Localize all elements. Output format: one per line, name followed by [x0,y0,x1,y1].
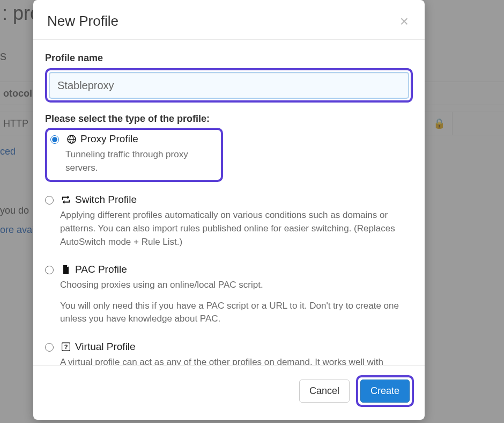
option-proxy-desc: Tunneling traffic through proxy servers. [65,148,217,174]
create-button[interactable]: Create [360,380,410,403]
option-proxy[interactable]: Proxy Profile [50,133,217,145]
option-proxy-title: Proxy Profile [80,133,138,145]
profile-type-label: Please select the type of the profile: [45,113,413,125]
radio-pac[interactable] [45,266,54,274]
question-box-icon: ? [61,342,71,352]
profile-name-input[interactable] [49,72,409,98]
close-button[interactable]: × [398,14,411,29]
option-virtual-desc: A virtual profile can act as any of the … [60,356,413,365]
option-virtual[interactable]: ? Virtual Profile [45,341,413,353]
radio-proxy[interactable] [50,135,59,144]
highlight-proxy-option: Proxy Profile Tunneling traffic through … [45,128,223,182]
option-pac[interactable]: PAC Profile [45,264,413,275]
new-profile-modal: New Profile × Profile name Please select… [33,0,425,420]
option-pac-desc: Choosing proxies using an online/local P… [60,279,413,292]
radio-virtual[interactable] [45,343,54,352]
modal-header: New Profile × [33,0,425,40]
profile-name-label: Profile name [45,53,413,64]
radio-switch[interactable] [45,196,54,205]
highlight-create-button: Create [356,375,414,407]
file-icon [61,265,71,274]
option-switch-title: Switch Profile [75,194,137,206]
svg-text:?: ? [64,344,68,350]
highlight-name-input [45,68,413,103]
globe-icon [66,134,76,144]
modal-footer: Cancel Create [33,365,425,420]
cancel-button[interactable]: Cancel [299,380,350,403]
option-virtual-title: Virtual Profile [75,341,136,353]
option-switch[interactable]: Switch Profile [45,194,413,206]
option-pac-note: You will only need this if you have a PA… [60,300,413,326]
retweet-icon [61,195,71,205]
option-switch-desc: Applying different profiles automaticall… [60,209,413,249]
option-pac-title: PAC Profile [75,264,127,275]
modal-title: New Profile [47,13,118,30]
modal-body: Profile name Please select the type of t… [33,40,425,365]
